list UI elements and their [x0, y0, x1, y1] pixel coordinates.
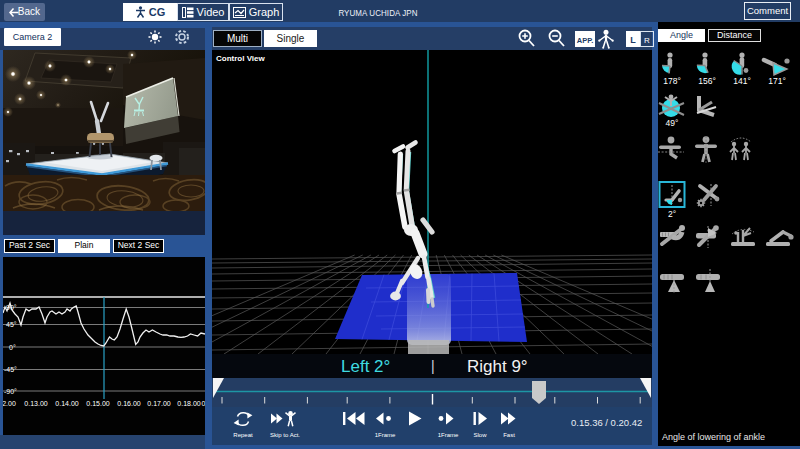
svg-text:-90°: -90°: [4, 388, 17, 395]
svg-text:Slow: Slow: [473, 432, 487, 438]
svg-text:Fast: Fast: [503, 432, 515, 438]
svg-text:0.18.00: 0.18.00: [177, 400, 200, 407]
svg-text:-45°: -45°: [4, 366, 17, 373]
svg-text:APP.: APP.: [577, 36, 594, 45]
svg-text:45°: 45°: [6, 321, 17, 328]
svg-text:Repeat: Repeat: [233, 432, 253, 438]
svg-text:Control View: Control View: [216, 54, 266, 63]
svg-text:Skip to Act.: Skip to Act.: [270, 432, 300, 438]
svg-text:0.17.00: 0.17.00: [147, 400, 170, 407]
svg-text:0.1: 0.1: [202, 400, 206, 407]
svg-text:90°: 90°: [6, 304, 17, 311]
svg-text:1Frame: 1Frame: [375, 432, 396, 438]
svg-text:1Frame: 1Frame: [438, 432, 459, 438]
svg-text:0.15.00: 0.15.00: [86, 400, 109, 407]
svg-text:L: L: [630, 35, 636, 45]
svg-text:R: R: [644, 36, 650, 45]
svg-text:0.14.00: 0.14.00: [55, 400, 78, 407]
svg-text:0.16.00: 0.16.00: [117, 400, 140, 407]
svg-text:2.00: 2.00: [3, 400, 16, 407]
svg-text:0°: 0°: [9, 344, 16, 351]
svg-text:0.13.00: 0.13.00: [24, 400, 47, 407]
